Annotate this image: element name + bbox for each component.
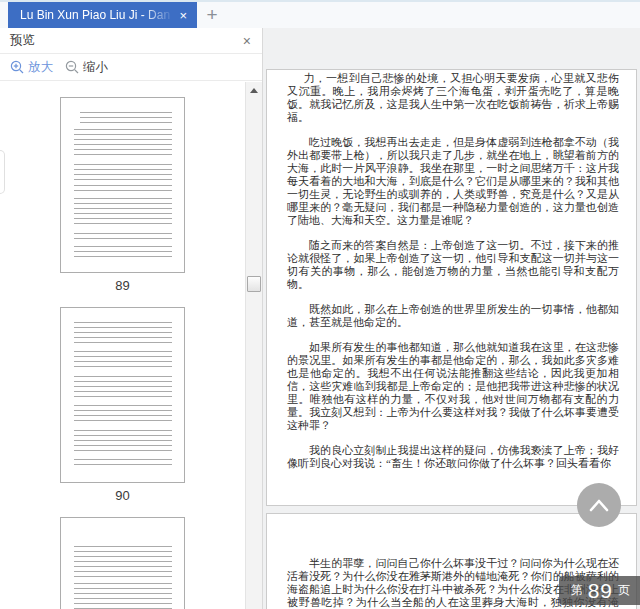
- paragraph: 既然如此，那么在上帝创造的世界里所发生的一切事情，他都知道，甚至就是他命定的。: [287, 303, 619, 329]
- preview-panel-header: 预览 ×: [0, 28, 262, 54]
- scrollbar-up-button[interactable]: [246, 82, 262, 98]
- scrollbar-up-arrow-icon: [250, 88, 258, 93]
- thumbnail-scrollbar[interactable]: [245, 82, 262, 609]
- page-indicator-prefix: 第: [571, 582, 583, 599]
- preview-panel-title: 预览: [10, 32, 240, 49]
- scroll-to-top-button[interactable]: [577, 483, 621, 527]
- document-view[interactable]: 力，一想到自己悲惨的处境，又担心明天要发病，心里就又悲伤又沉重。晚上，我用余烬烤…: [263, 28, 640, 609]
- thumbnail-image: [60, 517, 185, 609]
- thumbnail-page-number: 89: [115, 278, 129, 295]
- page-indicator-badge: 第 89 页: [559, 576, 640, 605]
- thumbnail-page-91[interactable]: [60, 517, 185, 609]
- paragraph: 随之而来的答案自然是：上帝创造了这一切。不过，接下来的推论就很怪了，如果上帝创造…: [287, 239, 619, 291]
- zoom-out-label: 缩小: [83, 59, 108, 76]
- document-page-89: 力，一想到自己悲惨的处境，又担心明天要发病，心里就又悲伤又沉重。晚上，我用余烬烤…: [266, 69, 637, 506]
- zoom-in-button[interactable]: 放大: [10, 59, 53, 76]
- thumbnail-page-90[interactable]: 90: [60, 307, 185, 505]
- paragraph: 如果所有发生的事他都知道，那么他就知道我在这里，在这悲惨的景况里。如果所有发生的…: [287, 341, 619, 432]
- scrollbar-thumb[interactable]: [247, 276, 261, 292]
- new-tab-button[interactable]: +: [197, 2, 227, 28]
- tab-title: Lu Bin Xun Piao Liu Ji - Dan N: [20, 8, 177, 22]
- document-tab[interactable]: Lu Bin Xun Piao Liu Ji - Dan N ×: [8, 2, 197, 28]
- thumbnail-image: [60, 97, 185, 273]
- tab-close-icon[interactable]: ×: [177, 7, 189, 24]
- page-indicator-suffix: 页: [618, 582, 630, 599]
- zoom-in-label: 放大: [28, 59, 53, 76]
- thumbnail-page-89[interactable]: 89: [60, 97, 185, 295]
- paragraph: 吃过晚饭，我想再出去走走，但是身体虚弱到连枪都拿不动（我外出都要带上枪），所以我…: [287, 136, 619, 227]
- preview-close-icon[interactable]: ×: [240, 33, 254, 49]
- magnifier-minus-icon: [65, 60, 79, 74]
- paragraph: 我的良心立刻制止我提出这样的疑问，仿佛我亵渎了上帝；我好像听到良心对我说：“畜生…: [287, 444, 619, 470]
- thumbnail-list: 89 90: [0, 82, 245, 609]
- preview-panel: 预览 × 放大: [0, 28, 263, 609]
- content-area: 预览 × 放大: [0, 28, 640, 609]
- zoom-out-button[interactable]: 缩小: [65, 59, 108, 76]
- magnifier-plus-icon: [10, 60, 24, 74]
- sidebar-collapse-handle[interactable]: [0, 150, 5, 194]
- thumbnail-image: [60, 307, 185, 483]
- preview-toolbar: 放大 缩小: [0, 54, 262, 81]
- paragraph: 力，一想到自己悲惨的处境，又担心明天要发病，心里就又悲伤又沉重。晚上，我用余烬烤…: [287, 72, 619, 124]
- pdf-reader-window: Lu Bin Xun Piao Liu Ji - Dan N × + 预览 ×: [0, 0, 640, 609]
- chevron-up-icon: [587, 496, 611, 514]
- page-indicator-number: 89: [588, 579, 613, 603]
- thumbnail-page-number: 90: [115, 488, 129, 505]
- tab-bar: Lu Bin Xun Piao Liu Ji - Dan N × +: [0, 0, 640, 28]
